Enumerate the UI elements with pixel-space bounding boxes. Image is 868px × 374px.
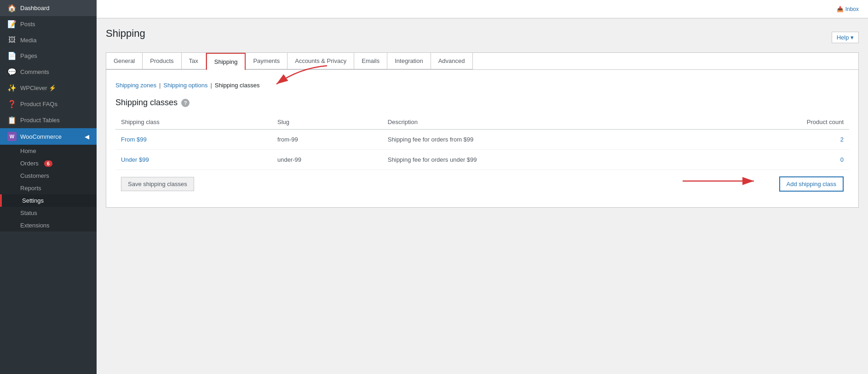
- arrow-annotation-add: [678, 172, 761, 190]
- class-name-1[interactable]: From $99: [115, 130, 272, 150]
- class-name-2[interactable]: Under $99: [115, 150, 272, 170]
- topbar: 📥 Inbox: [97, 0, 868, 18]
- slug-1: from-99: [272, 130, 382, 150]
- table-row: Under $99 under-99 Shipping fee for orde…: [115, 150, 849, 170]
- product-faqs-icon: ❓: [7, 100, 17, 108]
- comments-icon: 💬: [7, 68, 17, 76]
- sidebar-item-pages[interactable]: 📄 Pages: [0, 48, 97, 64]
- tab-emails[interactable]: Emails: [354, 53, 387, 69]
- sidebar-item-wc-home[interactable]: Home: [0, 145, 97, 157]
- page-title: Shipping: [106, 28, 145, 40]
- sidebar-item-wc-orders[interactable]: Orders 6: [0, 157, 97, 170]
- woocommerce-submenu: Home Orders 6 Customers Reports Settings…: [0, 145, 97, 232]
- pages-icon: 📄: [7, 51, 17, 60]
- sidebar-item-wc-status[interactable]: Status: [0, 207, 97, 219]
- arrow-annotation-subnav: [263, 63, 336, 91]
- media-icon: 🖼: [7, 36, 17, 44]
- tab-integration[interactable]: Integration: [387, 53, 431, 69]
- description-2: Shipping fee for orders under $99: [382, 150, 698, 170]
- add-button-container: Add shipping class: [779, 176, 844, 192]
- woocommerce-icon: W: [7, 132, 17, 141]
- table-row: From $99 from-99 Shipping fee for orders…: [115, 130, 849, 150]
- sidebar-item-product-faqs[interactable]: ❓ Product FAQs: [0, 96, 97, 112]
- col-header-count: Product count: [698, 115, 849, 130]
- dashboard-icon: 🏠: [7, 4, 17, 12]
- add-shipping-class-button[interactable]: Add shipping class: [779, 176, 844, 192]
- sidebar-item-comments[interactable]: 💬 Comments: [0, 64, 97, 80]
- tab-general[interactable]: General: [106, 53, 143, 69]
- sidebar-item-posts[interactable]: 📝 Posts: [0, 16, 97, 32]
- tab-shipping[interactable]: Shipping: [206, 53, 246, 70]
- settings-panel: Shipping zones | Shipping options | Ship…: [106, 69, 859, 208]
- help-button[interactable]: Help ▾: [832, 32, 859, 43]
- sidebar-item-wc-extensions[interactable]: Extensions: [0, 219, 97, 232]
- save-shipping-classes-button[interactable]: Save shipping classes: [121, 177, 194, 191]
- sidebar-item-wc-customers[interactable]: Customers: [0, 170, 97, 182]
- shipping-subnav: Shipping zones | Shipping options | Ship…: [115, 77, 849, 92]
- sidebar-item-product-tables[interactable]: 📋 Product Tables: [0, 112, 97, 128]
- sidebar: 🏠 Dashboard 📝 Posts 🖼 Media 📄 Pages 💬 Co…: [0, 0, 97, 374]
- wpclever-icon: ✨: [7, 84, 17, 92]
- count-1[interactable]: 2: [698, 130, 849, 150]
- shipping-options-link[interactable]: Shipping options: [163, 82, 207, 89]
- content-area: Shipping Help ▾ General Products Tax Shi…: [97, 18, 868, 374]
- inbox-button[interactable]: 📥 Inbox: [837, 6, 859, 12]
- count-2[interactable]: 0: [698, 150, 849, 170]
- col-header-description: Description: [382, 115, 698, 130]
- settings-tabs: General Products Tax Shipping Payments A…: [106, 52, 859, 69]
- section-title: Shipping classes ?: [115, 98, 849, 108]
- sidebar-item-woocommerce[interactable]: W WooCommerce ◀: [0, 128, 97, 145]
- shipping-classes-table: Shipping class Slug Description Product …: [115, 115, 849, 170]
- product-tables-icon: 📋: [7, 116, 17, 125]
- subnav-separator-1: |: [159, 82, 161, 89]
- woocommerce-collapse-icon: ◀: [85, 133, 89, 140]
- sidebar-item-wc-settings[interactable]: Settings: [0, 194, 97, 207]
- inbox-icon: 📥: [837, 6, 844, 12]
- slug-2: under-99: [272, 150, 382, 170]
- posts-icon: 📝: [7, 20, 17, 28]
- orders-badge: 6: [44, 160, 52, 167]
- shipping-classes-link-active: Shipping classes: [215, 82, 260, 89]
- tab-advanced[interactable]: Advanced: [431, 53, 473, 69]
- main-content: 📥 Inbox Shipping Help ▾ General Products…: [97, 0, 868, 374]
- col-header-slug: Slug: [272, 115, 382, 130]
- sidebar-item-dashboard[interactable]: 🏠 Dashboard: [0, 0, 97, 16]
- tab-tax[interactable]: Tax: [182, 53, 206, 69]
- col-header-class: Shipping class: [115, 115, 272, 130]
- shipping-zones-link[interactable]: Shipping zones: [115, 82, 156, 89]
- tab-products[interactable]: Products: [143, 53, 181, 69]
- section-help-icon[interactable]: ?: [181, 99, 190, 107]
- table-actions: Save shipping classes Add shipping class: [115, 170, 849, 198]
- sidebar-item-media[interactable]: 🖼 Media: [0, 32, 97, 48]
- description-1: Shipping fee for orders from $99: [382, 130, 698, 150]
- subnav-separator-2: |: [210, 82, 212, 89]
- sidebar-item-wpclever[interactable]: ✨ WPClever ⚡: [0, 80, 97, 96]
- sidebar-item-wc-reports[interactable]: Reports: [0, 182, 97, 194]
